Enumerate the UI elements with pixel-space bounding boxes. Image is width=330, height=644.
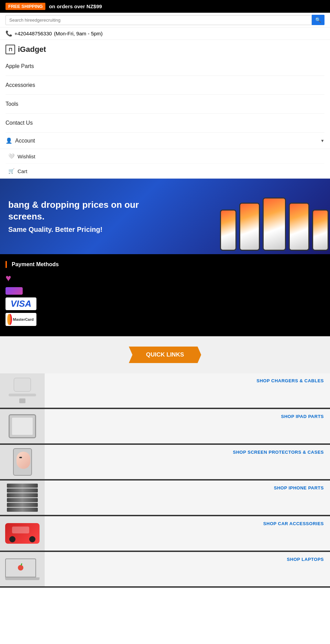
shop-row-iphone[interactable]: SHOP IPHONE PARTS (0, 481, 330, 516)
shop-label-area-protectors: SHOP SCREEN PROTECTORS & CASES (45, 445, 330, 479)
shop-thumb-laptop (0, 552, 45, 586)
hero-title: bang & dropping prices on our screens. (8, 199, 157, 223)
payment-bar-accent (6, 261, 7, 268)
nav-menu: Apple Parts Accessories Tools Contact Us (0, 57, 330, 133)
apple-icon (18, 565, 23, 570)
search-input[interactable] (6, 15, 312, 25)
payment-header: Payment Methods (6, 261, 324, 268)
logo-icon: ⊓ (6, 45, 15, 54)
lcd-strip-2 (7, 488, 38, 493)
protector-visual (13, 448, 32, 476)
shop-row-ipad[interactable]: SHOP IPAD PARTS (0, 409, 330, 445)
shop-label-area-car: SHOP CAR ACCESSORIES (45, 516, 330, 551)
charger-brick (14, 378, 31, 392)
ipad-visual (9, 414, 36, 438)
affiliate-logo (6, 287, 23, 295)
nav-item-contact[interactable]: Contact Us (6, 114, 324, 133)
car-window (12, 527, 29, 533)
shop-row-car[interactable]: SHOP CAR ACCESSORIES (0, 516, 330, 552)
search-button[interactable]: 🔍 (312, 15, 324, 25)
mc-text: MasterCard (13, 317, 34, 321)
hero-subtitle: Same Quality. Better Pricing! (8, 226, 157, 234)
nav-item-tools[interactable]: Tools (6, 95, 324, 114)
phone-icon: 📞 (6, 30, 12, 37)
wishlist-item[interactable]: 🤍 Wishlist (6, 149, 324, 164)
phone-screen-1 (221, 211, 235, 250)
affiliate-row (6, 287, 324, 295)
wishlist-label: Wishlist (18, 154, 35, 159)
hero-banner: bang & dropping prices on our screens. S… (0, 179, 330, 254)
visa-logo: VISA (6, 297, 36, 310)
lcd-strip-6 (7, 508, 38, 512)
shop-thumb-ipad (0, 409, 45, 443)
klarna-heart-icon: ♥ (6, 273, 324, 284)
quick-links-section: QUICK LINKS (0, 336, 330, 373)
charger-visual (9, 378, 36, 403)
apple-stem (21, 563, 22, 566)
phone-number: +420​448756330 (14, 31, 52, 36)
phone-mockup-4 (289, 203, 309, 251)
free-shipping-badge: FREE SHIPPING (6, 3, 45, 10)
iphone-parts-visual (7, 484, 38, 512)
car-wheel-left (9, 536, 15, 542)
lcd-strip-5 (7, 503, 38, 507)
sub-nav: 🤍 Wishlist 🛒 Cart (0, 149, 330, 179)
lcd-strip-1 (7, 484, 38, 488)
phone-mockup-3 (263, 197, 286, 251)
laptop-base (5, 577, 40, 580)
shop-row-protectors[interactable]: SHOP SCREEN PROTECTORS & CASES (0, 445, 330, 481)
shop-label-area-laptop: SHOP LAPTOPS (45, 552, 330, 586)
charger-plug (19, 398, 25, 403)
phone-screen-3 (264, 199, 285, 250)
quick-links-button[interactable]: QUICK LINKS (129, 347, 201, 363)
shop-label-laptop: SHOP LAPTOPS (287, 557, 324, 562)
shop-label-ipad: SHOP IPAD PARTS (281, 414, 324, 419)
charger-cable (9, 394, 36, 396)
heart-icon: 🤍 (8, 153, 15, 159)
shop-thumb-protectors (0, 445, 45, 479)
account-left: 👤 Account (6, 137, 35, 144)
search-bar: 🔍 (0, 13, 330, 27)
shop-label-protectors: SHOP SCREEN PROTECTORS & CASES (233, 450, 324, 455)
phone-screen-5 (313, 211, 328, 250)
cart-item[interactable]: 🛒 Cart (6, 164, 324, 178)
logo-bar[interactable]: ⊓ iGadget (0, 40, 330, 57)
lcd-strip-3 (7, 493, 38, 497)
shop-sections: SHOP CHARGERS & CABLES SHOP IPAD PARTS S… (0, 373, 330, 588)
top-banner: FREE SHIPPING on orders over NZ$99 (0, 0, 330, 13)
shop-thumb-chargers (0, 373, 45, 408)
car-visual (5, 523, 40, 544)
laptop-screen (5, 558, 36, 577)
shop-label-area-iphone: SHOP IPHONE PARTS (45, 481, 330, 515)
nav-item-apple-parts[interactable]: Apple Parts (6, 57, 324, 76)
shop-row-laptop[interactable]: SHOP LAPTOPS (0, 552, 330, 588)
nav-item-accessories[interactable]: Accessories (6, 76, 324, 95)
account-label: Account (15, 138, 35, 144)
cart-icon: 🛒 (8, 168, 15, 174)
shop-row-chargers[interactable]: SHOP CHARGERS & CABLES (0, 373, 330, 409)
payment-title: Payment Methods (12, 261, 59, 268)
payment-logos: VISA MasterCard (6, 287, 324, 326)
person-icon: 👤 (6, 137, 12, 144)
shop-thumb-car (0, 516, 45, 551)
phone-screen-2 (240, 204, 259, 250)
account-row[interactable]: 👤 Account ▼ (0, 133, 330, 149)
protector-face (16, 452, 30, 469)
hero-phones (148, 179, 330, 254)
shop-label-area-chargers: SHOP CHARGERS & CABLES (45, 373, 330, 408)
chevron-down-icon: ▼ (320, 138, 324, 143)
laptop-visual (5, 558, 40, 580)
cart-label: Cart (18, 168, 27, 174)
phone-mockup-2 (239, 203, 260, 251)
hero-text: bang & dropping prices on our screens. S… (0, 192, 165, 241)
protector-eye (19, 457, 22, 458)
shop-label-chargers: SHOP CHARGERS & CABLES (256, 378, 324, 383)
banner-text: on orders over NZ$99 (49, 3, 102, 9)
logo-text: iGadget (18, 45, 46, 54)
shop-thumb-iphone (0, 481, 45, 515)
protector-phone (13, 448, 32, 476)
phone-bar: 📞 +420​448756330 (Mon-Fri, 9am - 5pm) (0, 27, 330, 40)
shop-label-area-ipad: SHOP IPAD PARTS (45, 409, 330, 443)
shop-label-iphone: SHOP IPHONE PARTS (274, 485, 324, 490)
mastercard-logo: MasterCard (6, 313, 36, 326)
